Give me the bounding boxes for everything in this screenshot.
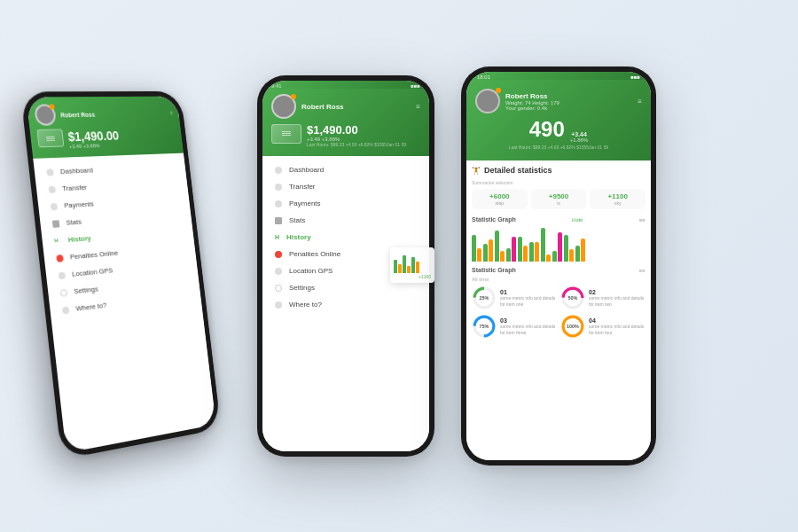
all-time-label: All time bbox=[472, 277, 645, 282]
phone-shell-3: 18:01 ■■■ Robert Ross Weight: 74 Height:… bbox=[461, 66, 656, 466]
transfer-icon-2 bbox=[275, 184, 282, 191]
menu-icon-1[interactable]: ≡ bbox=[170, 111, 174, 116]
mini-bar-4 bbox=[407, 266, 411, 273]
phone2-status: 9:41 ■■■ bbox=[262, 81, 429, 89]
nav-dashboard-2[interactable]: Dashboard bbox=[262, 161, 429, 178]
big-number-changes: +3.44 +1.88% bbox=[570, 131, 589, 143]
history-icon-2: H bbox=[275, 234, 279, 240]
graph-label-row: Statistic Graph Hide ■■ bbox=[472, 216, 645, 223]
hide-button[interactable]: Hide bbox=[572, 217, 583, 223]
whereto-icon-2 bbox=[275, 301, 282, 309]
bar-g3-b2 bbox=[500, 251, 505, 262]
bar-group-3 bbox=[495, 231, 505, 262]
nav-history-2[interactable]: H History bbox=[262, 229, 429, 246]
nav-stats-2[interactable]: Stats bbox=[262, 212, 429, 229]
avatar-wrapper-1 bbox=[34, 104, 57, 126]
chip-lines-2 bbox=[282, 131, 291, 136]
settings-icon-2 bbox=[275, 285, 282, 292]
notification-dot-2 bbox=[291, 94, 296, 99]
stats-icon-1 bbox=[52, 220, 60, 228]
svg-text:100%: 100% bbox=[567, 324, 579, 329]
graph2-label: Statistic Graph bbox=[472, 267, 516, 273]
phone-header-2: Robert Ross ≡ $1,490.00 +3.49 +3.88% bbox=[262, 89, 429, 156]
donut-info-2: 02 some metric info and details for item… bbox=[589, 289, 645, 307]
mini-bar-5 bbox=[411, 257, 415, 273]
donut-svg-2: 50% bbox=[560, 286, 585, 310]
avatar-wrapper-2 bbox=[271, 94, 296, 119]
mini-bar-6 bbox=[416, 262, 419, 273]
bar-g6-b2 bbox=[535, 242, 539, 262]
bar-group-10 bbox=[575, 239, 585, 262]
nav-transfer-2[interactable]: Transfer bbox=[262, 178, 429, 195]
phone-nav-1: Dashboard Transfer Payments Stats H Hist… bbox=[33, 153, 215, 453]
penalties-icon-1 bbox=[56, 254, 64, 262]
bar-g8-b2 bbox=[558, 232, 562, 262]
bar-group-5 bbox=[518, 237, 528, 262]
bar-g3-b1 bbox=[495, 231, 499, 262]
bar-g5-b2 bbox=[523, 246, 528, 262]
phone-screen-1: Robert Ross ≡ $1,490.00 +3.49 +3.88% bbox=[26, 97, 215, 453]
user-name-1: Robert Ross bbox=[60, 111, 95, 118]
bar-group-2 bbox=[483, 239, 493, 262]
balance-amount-2: $1,490.00 bbox=[307, 123, 406, 137]
notification-dot-3 bbox=[496, 88, 501, 93]
donut-info-1: 01 some metric info and details for item… bbox=[500, 289, 557, 307]
bar-g6-b1 bbox=[529, 242, 534, 262]
donut-item-3: 75% 03 some metric info and details for … bbox=[472, 314, 557, 339]
settings-icon-1 bbox=[60, 288, 68, 296]
avatar-wrapper-3 bbox=[475, 89, 500, 113]
payments-icon-1 bbox=[51, 202, 59, 210]
history-icon-1: H bbox=[54, 237, 62, 245]
big-number-container: 490 +3.44 +1.88% Last Hours: $99.23 +4.0… bbox=[475, 117, 642, 150]
mini-bar-1 bbox=[394, 260, 397, 273]
big-number-meta: Last Hours: $99.23 +4.03 +6.82% $1555Jan… bbox=[475, 145, 642, 150]
bar-g1-b1 bbox=[472, 235, 476, 262]
phone-screen-2: 9:41 ■■■ Robert Ross ≡ bbox=[262, 81, 429, 451]
bar-group-8 bbox=[552, 232, 562, 262]
bar-group-9 bbox=[564, 235, 574, 262]
donut-info-4: 04 some metric info and details for item… bbox=[589, 317, 645, 335]
stat-card-3: +1100 sky bbox=[590, 189, 645, 209]
bar-g7-b1 bbox=[541, 228, 545, 262]
bar-group-7 bbox=[541, 228, 551, 262]
bar-group-6 bbox=[529, 242, 539, 262]
bar-g9-b1 bbox=[564, 235, 568, 262]
whereto-icon-1 bbox=[62, 306, 70, 314]
stat-card-1: +6000 step bbox=[472, 189, 528, 209]
bar-g7-b2 bbox=[546, 254, 551, 262]
transfer-icon-1 bbox=[48, 185, 56, 193]
phone-nav-2: Dashboard Transfer Payments Stats H Hist… bbox=[262, 156, 429, 451]
bar-group-4 bbox=[506, 237, 516, 262]
donut-item-4: 100% 04 some metric info and details for… bbox=[560, 314, 645, 339]
nav-whereto-2[interactable]: Where to? bbox=[262, 296, 429, 313]
bar-g1-b2 bbox=[477, 248, 481, 262]
donut-item-2: 50% 02 some metric info and details for … bbox=[560, 286, 645, 310]
location-icon-1 bbox=[58, 271, 66, 279]
graph2-label-row: Statistic Graph ■■ bbox=[472, 267, 645, 273]
phone-shell-2: 9:41 ■■■ Robert Ross ≡ bbox=[257, 75, 434, 457]
stats-user-info: Robert Ross Weight: 74 Height: 179 Your … bbox=[475, 89, 559, 113]
bar-g10-b1 bbox=[575, 246, 580, 262]
phone3-status: 18:01 ■■■ bbox=[466, 72, 651, 80]
card-chip-2 bbox=[271, 124, 301, 144]
phone-right: 18:01 ■■■ Robert Ross Weight: 74 Height:… bbox=[461, 66, 656, 466]
phone-tilted: Robert Ross ≡ $1,490.00 +3.49 +3.88% bbox=[20, 91, 221, 459]
menu-icon-3[interactable]: ≡ bbox=[638, 98, 642, 106]
big-number: 490 bbox=[529, 117, 565, 142]
bar-group-1 bbox=[472, 235, 481, 262]
user-name-2: Robert Ross bbox=[301, 103, 344, 111]
donut-svg-1: 25% bbox=[472, 286, 497, 310]
donut-item-1: 25% 01 some metric info and details for … bbox=[472, 286, 557, 310]
stats-title: 🏋 Detailed statistics bbox=[472, 166, 645, 175]
stats-user-details: Robert Ross Weight: 74 Height: 179 Your … bbox=[505, 92, 559, 111]
balance-last-hours-2: Last Hours: $99.23 +4.03 +6.82% $1555Jan… bbox=[307, 142, 406, 147]
card-chip-1 bbox=[36, 129, 64, 147]
bar-g9-b2 bbox=[569, 249, 574, 262]
svg-text:50%: 50% bbox=[568, 295, 578, 301]
nav-payments-2[interactable]: Payments bbox=[262, 195, 429, 212]
stats-cards: +6000 step +9500 rx +1100 sky bbox=[472, 189, 645, 209]
balance-change-1: +3.49 +3.88% bbox=[69, 143, 121, 150]
location-icon-2 bbox=[275, 268, 282, 275]
menu-icon-2[interactable]: ≡ bbox=[416, 103, 420, 111]
mini-bar-2 bbox=[398, 264, 402, 273]
